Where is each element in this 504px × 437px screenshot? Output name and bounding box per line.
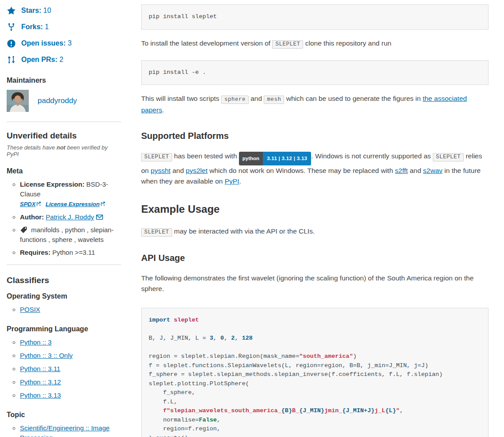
classifier-list: POSIX [7, 305, 121, 314]
stat-item: Open PRs: 2 [7, 54, 121, 65]
maintainer-row: paddyroddy [7, 90, 121, 112]
inline-code: SLEPLET [141, 153, 172, 161]
stat-text: Open PRs: 2 [21, 56, 63, 64]
api-usage-heading: API Usage [141, 253, 489, 263]
inline-code: mesh [264, 96, 284, 104]
classifier-item: Python :: 3.12 [20, 377, 121, 387]
inline-code: SLEPLET [433, 153, 464, 161]
meta-requires: Requires: Python >=3.11 [20, 248, 121, 257]
divider [7, 122, 121, 122]
meta-title: Meta [7, 167, 121, 175]
classifier-group: Programming LanguagePython :: 3Python ::… [7, 325, 121, 400]
classifier-link[interactable]: Python :: 3.13 [20, 391, 61, 399]
classifier-list: Python :: 3Python :: 3 :: OnlyPython :: … [7, 337, 121, 400]
maintainer-link[interactable]: paddyroddy [38, 96, 77, 105]
pys2let-link[interactable]: pys2let [186, 167, 208, 174]
classifier-group: Operating SystemPOSIX [7, 292, 121, 314]
issue-icon [7, 39, 15, 48]
external-link-icon [36, 201, 41, 207]
divider [7, 264, 121, 265]
pip-install-editable-code-block: pip install -e . [141, 60, 489, 85]
mail-icon[interactable] [96, 214, 103, 221]
classifier-link[interactable]: Python :: 3 [20, 338, 52, 346]
external-link-icon [100, 201, 105, 207]
author-link[interactable]: Patrick J. Roddy [46, 213, 94, 221]
fork-icon [7, 23, 15, 31]
inline-code: SLEPLET [272, 40, 303, 49]
spdx-link[interactable]: SPDX [20, 201, 35, 207]
s2wav-link[interactable]: s2wav [423, 167, 442, 174]
python-code: import sleplet B, J, J_MIN, L = 3, 0, 2,… [141, 308, 489, 437]
pypi-link[interactable]: PyPI [225, 177, 239, 185]
inline-code: SLEPLET [141, 228, 172, 237]
meta-author: Author: Patrick J. Roddy [20, 212, 121, 222]
classifier-group: TopicScientific/Engineering :: Image Pro… [7, 411, 121, 437]
meta-license: License Expression: BSD-3-Clause SPDX Li… [20, 180, 121, 209]
classifier-link[interactable]: Python :: 3.11 [20, 365, 60, 372]
classifier-link[interactable]: Python :: 3.12 [20, 378, 61, 386]
main-content: pip install sleplet To install the lates… [141, 4, 489, 437]
stat-item: Open issues: 3 [7, 38, 121, 49]
classifier-groups: Operating SystemPOSIXProgramming Languag… [7, 292, 121, 437]
meta-keywords: manifolds , python , slepian-functions ,… [20, 225, 121, 245]
license-expression-link[interactable]: License Expression [46, 201, 100, 207]
classifiers-title: Classifiers [7, 276, 121, 285]
classifier-link[interactable]: POSIX [20, 306, 40, 313]
paragraph-api-cli: SLEPLET may be interacted with via the A… [141, 226, 489, 238]
stat-text: Forks: 1 [21, 23, 49, 31]
classifier-link[interactable]: Scientific/Engineering :: Image Processi… [20, 424, 110, 437]
tags-icon [20, 227, 27, 234]
paragraph-wavelet-demo: The following demonstrates the first wav… [141, 273, 489, 294]
unverified-note: These details have not been verified by … [7, 144, 121, 157]
classifier-group-title: Operating System [7, 292, 121, 300]
pip-install-code-block: pip install sleplet [141, 4, 489, 30]
keywords-text: manifolds , python , slepian-functions ,… [20, 226, 114, 243]
example-usage-heading: Example Usage [141, 203, 489, 215]
paragraph-install-dev: To install the latest development versio… [141, 38, 489, 50]
unverified-details-title: Unverified details [7, 131, 121, 141]
pr-icon [7, 55, 15, 64]
sidebar: Stars: 10Forks: 1Open issues: 3Open PRs:… [7, 5, 121, 437]
supported-platforms-heading: Supported Platforms [141, 131, 489, 141]
paragraph-scripts: This will install two scripts sphere and… [141, 93, 489, 115]
star-icon [7, 7, 15, 15]
classifier-list: Scientific/Engineering :: Image Processi… [7, 423, 121, 437]
pyssht-link[interactable]: pyssht [151, 167, 171, 174]
classifier-group-title: Programming Language [7, 325, 121, 333]
license-links-row: SPDX License Expression [20, 199, 121, 209]
meta-section: Meta License Expression: BSD-3-Clause SP… [7, 167, 121, 257]
associated-papers-link[interactable]: the associated papers [141, 95, 467, 114]
maintainer-avatar[interactable] [7, 90, 29, 112]
stat-item: Stars: 10 [7, 5, 121, 16]
python-versions-badge: python3.11 | 3.12 | 3.13 [239, 152, 311, 165]
classifier-item: Scientific/Engineering :: Image Processi… [20, 423, 121, 437]
classifier-item: Python :: 3 :: Only [20, 351, 121, 360]
stats-list: Stars: 10Forks: 1Open issues: 3Open PRs:… [7, 5, 121, 65]
classifier-item: Python :: 3 [20, 337, 121, 347]
meta-list: License Expression: BSD-3-Clause SPDX Li… [7, 180, 121, 257]
stat-text: Stars: 10 [21, 7, 51, 15]
classifier-item: Python :: 3.11 [20, 364, 121, 374]
inline-code: sphere [221, 96, 249, 104]
classifier-item: POSIX [20, 305, 121, 314]
s2fft-link[interactable]: s2fft [395, 167, 408, 174]
classifier-item: Python :: 3.13 [20, 391, 121, 400]
stat-item: Forks: 1 [7, 22, 121, 32]
classifier-link[interactable]: Python :: 3 :: Only [20, 352, 73, 359]
paragraph-platforms: SLEPLET has been tested with python3.11 … [141, 151, 489, 187]
stat-text: Open issues: 3 [21, 39, 72, 47]
maintainers-title: Maintainers [7, 77, 121, 84]
classifier-group-title: Topic [7, 411, 121, 419]
